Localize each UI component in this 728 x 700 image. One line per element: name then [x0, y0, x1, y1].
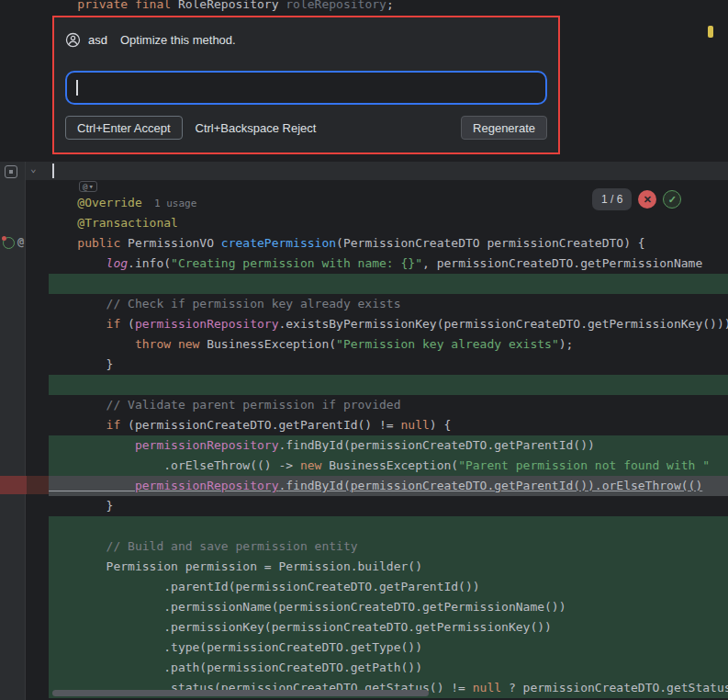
code-line: log.info("Creating permission with name:… — [49, 254, 728, 274]
code-token: .permissionName(permissionCreateDTO.getP… — [49, 600, 566, 614]
code-token: if — [49, 317, 128, 331]
stripe-tool-icon[interactable] — [5, 165, 17, 178]
code-token: RoleRepository — [178, 0, 286, 11]
accept-button[interactable]: Ctrl+Enter Accept — [65, 116, 183, 140]
code-line: .type(permissionCreateDTO.getType()) — [49, 638, 728, 658]
code-token: throw new — [49, 337, 207, 351]
code-token: .parentId(permissionCreateDTO.getParentI… — [49, 580, 480, 593]
code-token: BusinessException( — [329, 458, 458, 472]
code-token: permissionRepository — [135, 317, 279, 331]
code-token: // Build and save permission entity — [49, 539, 358, 553]
diff-controls: 1 / 6 ✕ ✓ — [592, 188, 681, 210]
code-token: Permission permission = Permission.build… — [49, 559, 422, 573]
circle-check-icon: ✓ — [668, 194, 677, 206]
code-token: "Parent permission not found with " — [458, 458, 710, 472]
code-token: .findById(permissionCreateDTO.getParentI… — [278, 438, 594, 452]
code-token: .orElseThrow(() -> — [49, 458, 300, 472]
code-token: .path(permissionCreateDTO.getPath()) — [49, 660, 422, 674]
horizontal-scrollbar[interactable] — [52, 690, 429, 696]
code-line: permissionRepository.findById(permission… — [49, 476, 728, 496]
code-line: if (permissionCreateDTO.getParentId() !=… — [49, 415, 728, 435]
code-token: .info( — [128, 256, 171, 270]
code-token: permissionRepository — [49, 438, 278, 452]
code-token: } — [49, 357, 113, 371]
scrollbar-warning-mark — [708, 26, 713, 38]
editor-separator-band — [26, 162, 728, 180]
regenerate-button[interactable]: Regenerate — [461, 116, 547, 140]
deleted-line-marker — [0, 476, 27, 494]
code-token: "Creating permission with name: {}" — [171, 256, 422, 270]
code-token: @Override — [49, 196, 142, 209]
code-token: public — [49, 236, 128, 250]
deleted-line-gutter-marker — [27, 476, 49, 494]
code-line: // Validate parent permission if provide… — [49, 395, 728, 415]
code-token: "Permission key already exists" — [336, 337, 559, 351]
circle-x-icon: ✕ — [644, 194, 652, 206]
top-code-line: private final RoleRepository roleReposit… — [49, 0, 394, 15]
code-line: .permissionKey(permissionCreateDTO.getPe… — [49, 617, 728, 638]
code-token: (permissionCreateDTO.getParentId() != — [128, 418, 400, 432]
code-line — [49, 375, 728, 395]
code-token: 1 usage — [142, 198, 197, 209]
code-line: public PermissionVO createPermission(Per… — [49, 233, 728, 254]
annotation-gutter-icon[interactable]: @ — [17, 235, 24, 248]
diff-counter: 1 / 6 — [592, 188, 632, 210]
override-dot — [2, 236, 6, 241]
code-line: } — [49, 355, 728, 375]
override-method-gutter-icon[interactable] — [3, 237, 15, 249]
ai-prompt-popup: asd Optimize this method. Ctrl+Enter Acc… — [52, 16, 560, 154]
code-token: } — [49, 499, 113, 513]
editor-caret — [52, 164, 54, 178]
prompt-input[interactable] — [65, 71, 547, 105]
fold-arrow-icon[interactable]: ⌄ — [30, 163, 37, 175]
code-token: // Validate parent permission if provide… — [49, 398, 401, 412]
code-line: // Check if permission key already exist… — [49, 294, 728, 314]
code-line — [49, 516, 728, 536]
user-name: asd — [88, 33, 107, 47]
code-token: .permissionKey(permissionCreateDTO.getPe… — [49, 620, 552, 634]
code-line: } — [49, 496, 728, 516]
code-line — [49, 274, 728, 294]
code-token: null — [473, 681, 501, 694]
code-token: createPermission — [221, 236, 336, 250]
code-line: .permissionName(permissionCreateDTO.getP… — [49, 597, 728, 617]
code-token: ? permissionCreateDTO.getStatus — [501, 681, 728, 694]
code-line: if (permissionRepository.existsByPermiss… — [49, 314, 728, 334]
user-avatar-icon — [65, 32, 81, 48]
annotation-inlay-chip[interactable]: @▾ — [79, 181, 97, 192]
code-token: .existsByPermissionKey(permissionCreateD… — [278, 317, 728, 331]
code-token: null — [401, 418, 430, 432]
code-token: .findById(permissionCreateDTO.getParentI… — [278, 479, 702, 492]
code-editor[interactable]: @Override 1 usage @Transactional public … — [49, 193, 728, 698]
code-token: ) { — [430, 418, 451, 432]
at-icon: @ — [83, 182, 87, 191]
reject-shortcut-label[interactable]: Ctrl+Backspace Reject — [196, 121, 317, 135]
stripe-tool-icon-dot — [9, 170, 13, 174]
prompt-input-wrap — [65, 71, 547, 105]
code-line: Permission permission = Permission.build… — [49, 557, 728, 577]
code-token: new — [300, 458, 329, 472]
code-line: throw new BusinessException("Permission … — [49, 334, 728, 355]
prompt-actions-row: Ctrl+Enter Accept Ctrl+Backspace Reject … — [65, 116, 547, 140]
reject-all-button[interactable]: ✕ — [638, 190, 656, 209]
code-line: .parentId(permissionCreateDTO.getParentI… — [49, 577, 728, 597]
code-line: permissionRepository.findById(permission… — [49, 435, 728, 456]
code-line: @Transactional — [49, 213, 728, 233]
code-token: permissionRepository — [49, 479, 278, 492]
code-token: private final — [49, 0, 178, 11]
code-token: ; — [386, 0, 394, 11]
input-caret — [76, 80, 78, 96]
code-token: roleRepository — [286, 0, 386, 11]
code-token: (PermissionCreateDTO permissionCreateDTO… — [336, 236, 645, 250]
code-token: , permissionCreateDTO.getPermissionName — [422, 256, 702, 270]
code-token: .type(permissionCreateDTO.getType()) — [49, 640, 422, 654]
accept-all-button[interactable]: ✓ — [663, 190, 681, 209]
code-token: BusinessException( — [207, 337, 336, 351]
code-token: PermissionVO — [128, 236, 221, 250]
code-token: if — [49, 418, 128, 432]
prompt-message: Optimize this method. — [120, 33, 236, 47]
prompt-header-row: asd Optimize this method. — [65, 30, 547, 49]
code-token: ( — [128, 317, 135, 331]
code-token: // Check if permission key already exist… — [49, 297, 401, 310]
code-token: @Transactional — [49, 216, 178, 230]
